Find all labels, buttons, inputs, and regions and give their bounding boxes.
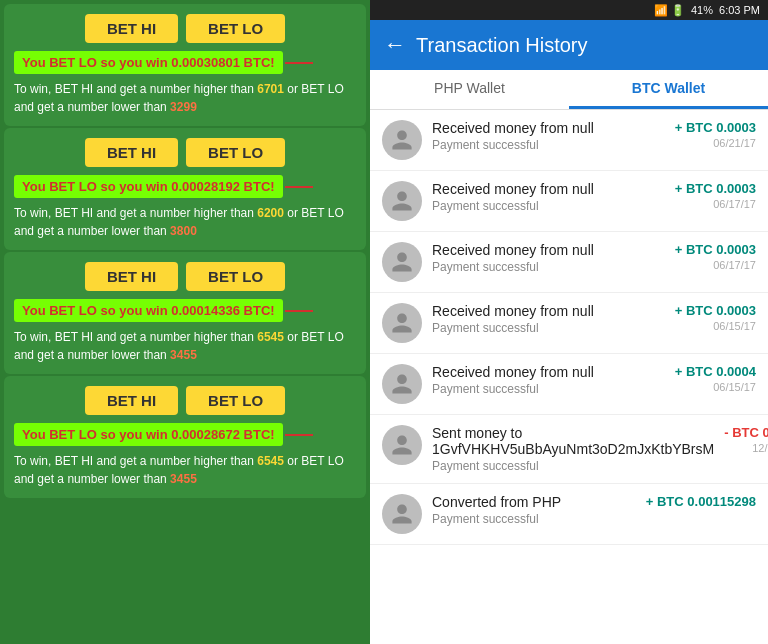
tx-details-5: Sent money to 1GvfVHKHV5uBbAyuNmt3oD2mJx…	[432, 425, 714, 473]
avatar	[382, 242, 422, 282]
tx-details-4: Received money from null Payment success…	[432, 364, 665, 396]
win-message-3: You BET LO so you win 0.00028672 BTC!	[14, 423, 283, 446]
tx-amount-4: + BTC 0.0004	[675, 364, 756, 379]
wallet-tabs: PHP Wallet BTC Wallet	[370, 70, 768, 110]
tx-right-1: + BTC 0.0003 06/17/17	[675, 181, 756, 210]
status-bar: 📶 🔋 41% 6:03 PM	[370, 0, 768, 20]
bet-desc-3: To win, BET HI and get a number higher t…	[14, 452, 356, 488]
bet-hi-btn-2[interactable]: BET HI	[85, 262, 178, 291]
tx-amount-3: + BTC 0.0003	[675, 303, 756, 318]
tx-right-4: + BTC 0.0004 06/15/17	[675, 364, 756, 393]
tab-btc-wallet[interactable]: BTC Wallet	[569, 70, 768, 109]
tx-right-5: - BTC 0.001 12/18/16	[724, 425, 768, 454]
bet-lo-btn-0[interactable]: BET LO	[186, 14, 285, 43]
tx-date-4: 06/15/17	[675, 381, 756, 393]
tx-details-2: Received money from null Payment success…	[432, 242, 665, 274]
tx-title-3: Received money from null	[432, 303, 665, 319]
bet-hi-btn-1[interactable]: BET HI	[85, 138, 178, 167]
tx-right-3: + BTC 0.0003 06/15/17	[675, 303, 756, 332]
tx-title-1: Received money from null	[432, 181, 665, 197]
back-button[interactable]: ←	[384, 32, 406, 58]
tx-amount-5: - BTC 0.001	[724, 425, 768, 440]
win-message-0: You BET LO so you win 0.00030801 BTC!	[14, 51, 283, 74]
avatar	[382, 303, 422, 343]
battery-level: 41%	[691, 4, 713, 16]
page-title: Transaction History	[416, 34, 588, 57]
list-item[interactable]: Received money from null Payment success…	[370, 110, 768, 171]
win-message-1: You BET LO so you win 0.00028192 BTC!	[14, 175, 283, 198]
tx-subtitle-4: Payment successful	[432, 382, 665, 396]
tx-details-0: Received money from null Payment success…	[432, 120, 665, 152]
tx-amount-1: + BTC 0.0003	[675, 181, 756, 196]
tx-right-0: + BTC 0.0003 06/21/17	[675, 120, 756, 149]
tx-subtitle-2: Payment successful	[432, 260, 665, 274]
tx-date-0: 06/21/17	[675, 137, 756, 149]
tx-subtitle-1: Payment successful	[432, 199, 665, 213]
avatar	[382, 181, 422, 221]
tx-amount-6: + BTC 0.00115298	[646, 494, 756, 509]
list-item[interactable]: Received money from null Payment success…	[370, 171, 768, 232]
bet-hi-btn-3[interactable]: BET HI	[85, 386, 178, 415]
avatar	[382, 425, 422, 465]
tx-subtitle-3: Payment successful	[432, 321, 665, 335]
tx-subtitle-0: Payment successful	[432, 138, 665, 152]
bet-lo-btn-2[interactable]: BET LO	[186, 262, 285, 291]
bet-desc-0: To win, BET HI and get a number higher t…	[14, 80, 356, 116]
bet-card-3: BET HI BET LO You BET LO so you win 0.00…	[4, 376, 366, 498]
left-panel: BET HI BET LO You BET LO so you win 0.00…	[0, 0, 370, 644]
tab-php-wallet[interactable]: PHP Wallet	[370, 70, 569, 109]
tx-title-5: Sent money to 1GvfVHKHV5uBbAyuNmt3oD2mJx…	[432, 425, 714, 457]
bet-lo-btn-1[interactable]: BET LO	[186, 138, 285, 167]
app-header: ← Transaction History	[370, 20, 768, 70]
tx-right-6: + BTC 0.00115298	[646, 494, 756, 511]
tx-details-1: Received money from null Payment success…	[432, 181, 665, 213]
tx-date-5: 12/18/16	[724, 442, 768, 454]
tx-details-3: Received money from null Payment success…	[432, 303, 665, 335]
avatar	[382, 120, 422, 160]
list-item[interactable]: Received money from null Payment success…	[370, 354, 768, 415]
tx-right-2: + BTC 0.0003 06/17/17	[675, 242, 756, 271]
tx-title-2: Received money from null	[432, 242, 665, 258]
tx-date-3: 06/15/17	[675, 320, 756, 332]
status-icons: 📶 🔋	[654, 4, 685, 17]
tx-amount-2: + BTC 0.0003	[675, 242, 756, 257]
bet-card-0: BET HI BET LO You BET LO so you win 0.00…	[4, 4, 366, 126]
list-item[interactable]: Converted from PHP Payment successful + …	[370, 484, 768, 545]
bet-desc-1: To win, BET HI and get a number higher t…	[14, 204, 356, 240]
transaction-list: Received money from null Payment success…	[370, 110, 768, 644]
avatar	[382, 364, 422, 404]
bet-card-1: BET HI BET LO You BET LO so you win 0.00…	[4, 128, 366, 250]
avatar	[382, 494, 422, 534]
tx-date-1: 06/17/17	[675, 198, 756, 210]
tx-date-2: 06/17/17	[675, 259, 756, 271]
tx-title-6: Converted from PHP	[432, 494, 636, 510]
right-panel: 📶 🔋 41% 6:03 PM ← Transaction History PH…	[370, 0, 768, 644]
bet-hi-btn-0[interactable]: BET HI	[85, 14, 178, 43]
bet-lo-btn-3[interactable]: BET LO	[186, 386, 285, 415]
tx-subtitle-6: Payment successful	[432, 512, 636, 526]
bet-desc-2: To win, BET HI and get a number higher t…	[14, 328, 356, 364]
tx-subtitle-5: Payment successful	[432, 459, 714, 473]
tx-amount-0: + BTC 0.0003	[675, 120, 756, 135]
bet-card-2: BET HI BET LO You BET LO so you win 0.00…	[4, 252, 366, 374]
tx-title-4: Received money from null	[432, 364, 665, 380]
clock: 6:03 PM	[719, 4, 760, 16]
list-item[interactable]: Received money from null Payment success…	[370, 232, 768, 293]
win-message-2: You BET LO so you win 0.00014336 BTC!	[14, 299, 283, 322]
tx-details-6: Converted from PHP Payment successful	[432, 494, 636, 526]
tx-title-0: Received money from null	[432, 120, 665, 136]
list-item[interactable]: Sent money to 1GvfVHKHV5uBbAyuNmt3oD2mJx…	[370, 415, 768, 484]
list-item[interactable]: Received money from null Payment success…	[370, 293, 768, 354]
